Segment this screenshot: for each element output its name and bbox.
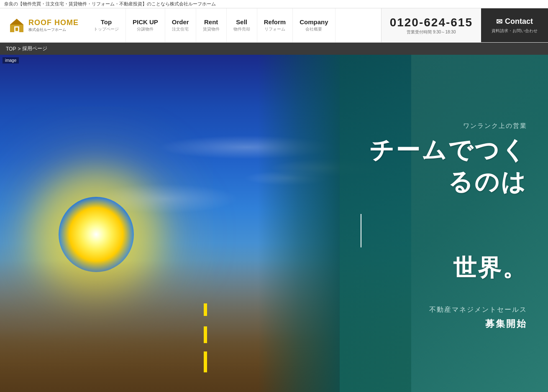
phone-hours: 営業受付時間 9:30～18:30 [407, 29, 456, 35]
nav-top[interactable]: Top トップページ [87, 8, 126, 42]
nav-order[interactable]: Order 注文住宅 [165, 8, 196, 42]
logo[interactable]: ROOF HOME 株式会社ルーフホーム [0, 8, 87, 42]
contact-sub: 資料請求・お問い合わせ [492, 28, 538, 34]
breadcrumb-current: 採用ページ [22, 45, 47, 52]
nav-sell[interactable]: Sell 物件売却 [227, 8, 257, 42]
phone-number: 0120-624-615 [390, 16, 473, 29]
image-label: image [3, 57, 19, 64]
svg-rect-3 [15, 28, 18, 31]
logo-sub: 株式会社ルーフホーム [28, 27, 79, 33]
header: ROOF HOME 株式会社ルーフホーム Top トップページ PICK UP … [0, 8, 548, 43]
nav-pickup[interactable]: PICK UP 分譲物件 [126, 8, 165, 42]
road-marking-1 [204, 351, 207, 372]
logo-name: ROOF HOME [28, 18, 79, 27]
hero-cta: 募集開始 [485, 318, 527, 330]
header-right: 0120-624-615 営業受付時間 9:30～18:30 ✉ Contact… [381, 8, 548, 42]
svg-marker-1 [10, 19, 23, 25]
hero-bottom-text: 不動産マネジメントセールス [429, 305, 527, 314]
hero-blend [258, 55, 340, 392]
phone-area: 0120-624-615 営業受付時間 9:30～18:30 [381, 8, 481, 42]
hero-subtitle: ワンランク上の営業 [463, 122, 527, 130]
breadcrumb: TOP > 採用ページ [0, 43, 548, 55]
hero-content: ワンランク上の営業 チームでつくるのは 世界。 不動産マネジメントセールス 募集… [340, 55, 548, 392]
top-banner: 奈良の【物件売買・注文住宅・賃貸物件・リフォーム・不動産投資】のことなら株式会社… [0, 0, 548, 8]
nav-reform[interactable]: Reform リフォーム [257, 8, 293, 42]
logo-icon [8, 17, 25, 34]
hero-section: image ワンランク上の営業 チームでつくるのは 世界。 不動産マネジメントセ… [0, 55, 548, 392]
nav-company[interactable]: Company 会社概要 [293, 8, 335, 42]
top-banner-text: 奈良の【物件売買・注文住宅・賃貸物件・リフォーム・不動産投資】のことなら株式会社… [4, 1, 216, 6]
breadcrumb-separator: > [18, 46, 20, 52]
breadcrumb-top[interactable]: TOP [6, 46, 16, 52]
hero-main-text: 世界。 [453, 252, 527, 284]
hero-divider [361, 214, 361, 247]
nav-rent[interactable]: Rent 賃貸物件 [196, 8, 227, 42]
mail-icon: ✉ [496, 17, 502, 26]
road-marking-2 [204, 326, 207, 343]
hero-title-line1: チームでつくるのは [361, 134, 527, 197]
header-nav: Top トップページ PICK UP 分譲物件 Order 注文住宅 Rent … [87, 8, 381, 42]
logo-text-area: ROOF HOME 株式会社ルーフホーム [28, 18, 79, 33]
road-marking-3 [204, 303, 207, 316]
contact-area[interactable]: ✉ Contact 資料請求・お問い合わせ [481, 8, 548, 42]
contact-title: ✉ Contact [496, 17, 533, 26]
